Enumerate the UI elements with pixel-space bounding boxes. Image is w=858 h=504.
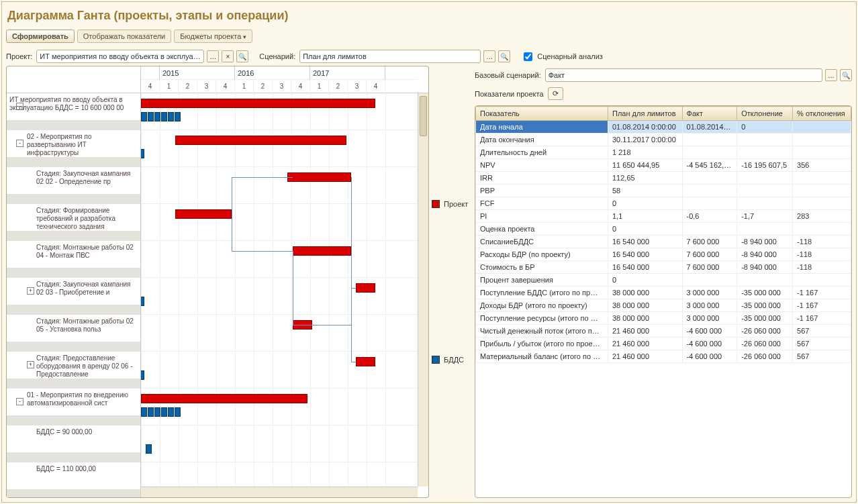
table-row[interactable]: Поступление БДДС (итого по пр…38 000 000… — [476, 287, 851, 299]
table-cell — [737, 197, 793, 210]
scenario-search-icon[interactable]: 🔍 — [498, 50, 510, 62]
gantt-task-label: 02 - Мероприятия по развертыванию ИТ инф… — [27, 133, 138, 157]
project-dots-icon[interactable]: … — [207, 50, 219, 62]
gantt-bar[interactable] — [356, 357, 375, 366]
table-header[interactable]: Факт — [682, 107, 737, 121]
gantt-quarter-header: 4 — [367, 80, 385, 93]
tree-toggle-icon[interactable]: - — [16, 140, 23, 147]
scenario-analysis-checkbox[interactable] — [524, 52, 532, 61]
table-cell: 567 — [793, 325, 851, 338]
table-cell — [682, 146, 737, 159]
tree-toggle-icon[interactable]: - — [16, 398, 23, 405]
gantt-task-bar-row — [141, 93, 418, 130]
table-cell — [682, 197, 737, 210]
gantt-chart[interactable]: 201520162017 4123412341234 -ИТ мероприят… — [6, 66, 429, 498]
gantt-scroll-vertical[interactable] — [418, 93, 428, 487]
gantt-bdds-tick[interactable] — [141, 149, 144, 158]
gantt-task-bar-row — [141, 241, 418, 278]
table-header[interactable]: План для лимитов — [608, 107, 683, 121]
table-row[interactable]: Стоимость в БР16 540 0007 600 000-8 940 … — [476, 261, 851, 274]
table-row[interactable]: IRR112,65 — [476, 172, 851, 185]
table-row[interactable]: PI1,1-0,6-1,7283 — [476, 210, 851, 223]
gantt-bar[interactable] — [141, 394, 307, 403]
table-cell — [682, 185, 737, 197]
project-search-icon[interactable]: 🔍 — [236, 50, 248, 62]
table-cell: -8 940 000 — [737, 248, 793, 261]
table-row[interactable]: Материальный баланс (итого по …21 460 00… — [476, 350, 851, 363]
base-scenario-value: Факт — [549, 71, 565, 79]
table-row[interactable]: Процент завершения0 — [476, 274, 851, 287]
table-row[interactable]: NPV11 650 444,95-4 545 162,…-16 195 607,… — [476, 159, 851, 172]
gantt-quarter-header: 4 — [291, 80, 310, 93]
gantt-bdds-tick[interactable] — [146, 444, 152, 454]
gantt-task-label: 01 - Мероприятия по внедрению автоматизи… — [27, 391, 138, 407]
tree-toggle-icon[interactable]: + — [27, 361, 34, 368]
table-header[interactable]: Отклонение — [737, 107, 793, 121]
table-header[interactable]: Показатель — [476, 107, 608, 121]
table-row[interactable]: Прибыль / убыток (итого по прое…21 460 0… — [476, 338, 851, 350]
table-cell: -35 000 000 — [737, 287, 793, 299]
gantt-task-label-row: Стадия: Монтажные работы 02 04 - Монтаж … — [7, 241, 140, 278]
gantt-year-header: 2016 — [235, 66, 310, 79]
gantt-bar[interactable] — [356, 283, 375, 293]
base-scenario-input[interactable]: Факт — [545, 68, 822, 82]
scenario-dots-icon[interactable]: … — [483, 50, 495, 62]
scenario-input[interactable]: План для лимитов — [299, 50, 481, 63]
gantt-task-label: ИТ мероприятия по вводу объекта в эксплу… — [9, 96, 138, 112]
gantt-bar[interactable] — [141, 99, 375, 108]
table-row[interactable]: Дата начала01.08.2014 0:00:0001.08.2014…… — [476, 121, 851, 134]
table-cell: Поступление ресурсы (итого по … — [476, 312, 608, 325]
gantt-quarter-header: 1 — [235, 80, 254, 93]
table-cell: -1 167 — [793, 287, 851, 299]
gantt-scroll-horizontal[interactable] — [141, 487, 418, 497]
table-cell: Дата окончания — [476, 134, 608, 146]
table-cell: -26 060 000 — [737, 350, 793, 363]
base-scenario-label: Базовый сценарий: — [475, 71, 541, 79]
tree-toggle-icon[interactable]: + — [27, 287, 34, 295]
table-cell — [737, 223, 793, 236]
gantt-bar[interactable] — [175, 209, 232, 219]
gantt-task-label-row: +Стадия: Закупочная кампания 02 03 - При… — [7, 278, 140, 315]
gantt-bdds-tick[interactable] — [141, 297, 144, 306]
gantt-bdds-tick[interactable] — [141, 370, 144, 380]
show-indicators-button[interactable]: Отображать показатели — [77, 30, 171, 43]
table-row[interactable]: Чистый денежный поток (итого п…21 460 00… — [476, 325, 851, 338]
gantt-bar[interactable] — [287, 172, 351, 182]
table-cell — [793, 121, 851, 134]
legend-item: БДДС — [432, 356, 464, 364]
table-row[interactable]: Поступление ресурсы (итого по …38 000 00… — [476, 312, 851, 325]
gantt-task-label-row: Стадия: Монтажные работы 02 05 - Установ… — [7, 315, 140, 352]
gantt-bar[interactable] — [175, 136, 346, 145]
gantt-task-label: Стадия: Монтажные работы 02 05 - Установ… — [36, 317, 138, 334]
table-cell: Оценка проекта — [476, 223, 608, 236]
table-row[interactable]: Доходы БДР (итого по проекту)38 000 0003… — [476, 299, 851, 312]
page-title: Диаграмма Ганта (проекты, этапы и операц… — [7, 9, 852, 23]
legend-swatch — [432, 356, 440, 364]
table-row[interactable]: Оценка проекта0 — [476, 223, 851, 236]
table-cell: Поступление БДДС (итого по пр… — [476, 287, 608, 299]
gantt-bdds-bar[interactable] — [141, 407, 181, 417]
budgets-dropdown[interactable]: Бюджеты проекта — [174, 30, 252, 43]
table-cell: 0 — [737, 121, 793, 134]
table-row[interactable]: Дата окончания30.11.2017 0:00:00 — [476, 134, 851, 146]
table-cell: 16 540 000 — [608, 261, 683, 274]
gantt-quarter-header: 1 — [160, 80, 179, 93]
table-row[interactable]: СписаниеБДДС16 540 0007 600 000-8 940 00… — [476, 236, 851, 248]
refresh-button[interactable]: ⟳ — [548, 87, 563, 100]
table-cell — [737, 146, 793, 159]
indicators-table[interactable]: ПоказательПлан для лимитовФактОтклонение… — [475, 106, 851, 363]
project-input[interactable]: ИТ мероприятия по вводу объекта в эксплу… — [36, 50, 204, 63]
gantt-bar[interactable] — [293, 246, 351, 256]
base-scenario-dots-icon[interactable]: … — [825, 69, 837, 81]
table-cell: 1 218 — [608, 146, 683, 159]
table-row[interactable]: FCF0 — [476, 197, 851, 210]
table-row[interactable]: PBP58 — [476, 185, 851, 197]
table-row[interactable]: Расходы БДР (по проекту)16 540 0007 600 … — [476, 248, 851, 261]
generate-button[interactable]: Сформировать — [6, 30, 75, 43]
table-cell: FCF — [476, 197, 608, 210]
gantt-bdds-bar[interactable] — [141, 112, 181, 121]
base-scenario-search-icon[interactable]: 🔍 — [840, 69, 852, 81]
project-clear-icon[interactable]: × — [222, 50, 234, 62]
table-row[interactable]: Длительность дней1 218 — [476, 146, 851, 159]
table-header[interactable]: % отклонения — [793, 107, 851, 121]
